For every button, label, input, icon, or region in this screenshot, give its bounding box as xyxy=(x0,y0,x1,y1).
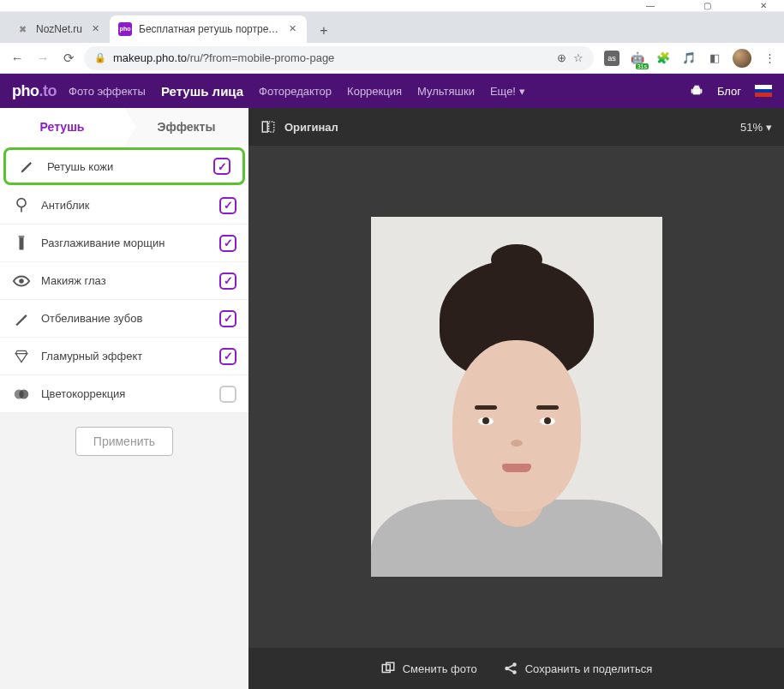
option-label: Цветокоррекция xyxy=(41,387,209,400)
nav-more[interactable]: Еще! ▾ xyxy=(490,85,525,98)
sidebar-tab-effects[interactable]: Эффекты xyxy=(124,108,248,146)
checkbox-icon[interactable]: ✓ xyxy=(219,348,236,365)
option-label: Гламурный эффект xyxy=(41,350,209,362)
compare-icon[interactable] xyxy=(260,119,276,135)
site-header: pho.to Фото эффекты Ретушь лица Фотореда… xyxy=(0,74,784,108)
option-label: Антиблик xyxy=(41,199,209,212)
forward-button[interactable]: → xyxy=(33,48,53,69)
window-minimize-button[interactable]: — xyxy=(635,1,666,10)
portrait-photo xyxy=(371,217,662,577)
sidebar: Ретушь Эффекты Ретушь кожи ✓ Антиблик ✓ … xyxy=(0,108,248,689)
eye-icon xyxy=(12,272,31,291)
option-glamour-effect[interactable]: Гламурный эффект ✓ xyxy=(0,338,248,375)
option-skin-retouch[interactable]: Ретушь кожи ✓ xyxy=(3,147,245,185)
option-label: Макияж глаз xyxy=(41,274,209,287)
tube-icon xyxy=(12,234,31,253)
canvas-area[interactable] xyxy=(248,146,784,648)
tab-title: Бесплатная ретушь портретных xyxy=(139,23,279,35)
nav-cartoons[interactable]: Мультяшки xyxy=(417,85,475,98)
blog-link[interactable]: Блог xyxy=(717,85,741,98)
search-in-page-icon[interactable]: ⊕ xyxy=(557,51,566,64)
checkbox-icon[interactable]: ✓ xyxy=(219,235,236,252)
extension-icon[interactable]: ◧ xyxy=(707,51,722,66)
original-label: Оригинал xyxy=(284,121,338,134)
option-eye-makeup[interactable]: Макияж глаз ✓ xyxy=(0,262,248,300)
svg-point-4 xyxy=(19,279,24,284)
swap-icon xyxy=(380,661,396,676)
extensions-row: as 🤖31s 🧩 🎵 ◧ ⋮ xyxy=(599,49,777,68)
window-titlebar: — ▢ ✕ xyxy=(0,0,784,12)
retouch-options: Ретушь кожи ✓ Антиблик ✓ Разглаживание м… xyxy=(0,146,248,413)
mirror-icon xyxy=(12,196,31,215)
option-label: Разглаживание морщин xyxy=(41,237,209,249)
browser-tab-phото[interactable]: pho Бесплатная ретушь портретных ✕ xyxy=(110,15,307,43)
editor: Оригинал 51% ▾ Сменить xyxy=(248,108,784,689)
browser-tab-noznet[interactable]: ✖ NozNet.ru ✕ xyxy=(7,15,110,43)
option-anti-glare[interactable]: Антиблик ✓ xyxy=(0,187,248,225)
extension-icon[interactable]: 🤖31s xyxy=(630,51,645,66)
nav-photo-editor[interactable]: Фоторедактор xyxy=(259,85,332,98)
new-tab-button[interactable]: + xyxy=(312,19,336,43)
svg-rect-7 xyxy=(262,122,267,132)
language-flag-icon[interactable] xyxy=(755,85,772,97)
svg-rect-2 xyxy=(20,237,24,249)
lock-icon: 🔒 xyxy=(94,52,106,63)
window-maximize-button[interactable]: ▢ xyxy=(691,1,722,10)
sidebar-tab-retouch[interactable]: Ретушь xyxy=(0,108,124,146)
profile-avatar[interactable] xyxy=(733,49,751,68)
apply-button[interactable]: Применить xyxy=(75,427,173,456)
extension-icon[interactable]: as xyxy=(604,51,619,66)
android-icon[interactable] xyxy=(690,84,703,98)
svg-point-6 xyxy=(19,389,28,398)
site-nav: Фото эффекты Ретушь лица Фоторедактор Ко… xyxy=(69,84,525,99)
checkbox-icon[interactable]: ✓ xyxy=(219,310,236,327)
change-photo-label: Сменить фото xyxy=(403,662,477,675)
extension-icon[interactable]: 🎵 xyxy=(681,51,697,66)
url-host: makeup.pho.to/ru/?from=mobile-promo-page xyxy=(113,51,334,64)
option-wrinkle-smoothing[interactable]: Разглаживание морщин ✓ xyxy=(0,225,248,262)
svg-rect-8 xyxy=(269,122,274,132)
nav-photo-effects[interactable]: Фото эффекты xyxy=(69,85,146,98)
svg-rect-1 xyxy=(21,207,22,212)
nav-face-retouch[interactable]: Ретушь лица xyxy=(161,84,243,99)
nav-correction[interactable]: Коррекция xyxy=(347,85,402,98)
editor-toolbar: Оригинал 51% ▾ xyxy=(248,108,784,146)
diamond-icon xyxy=(12,347,31,366)
zoom-control[interactable]: 51% ▾ xyxy=(740,121,772,134)
checkbox-icon[interactable]: ✓ xyxy=(219,273,236,290)
reload-button[interactable]: ⟳ xyxy=(58,48,79,69)
header-right: Блог xyxy=(676,84,772,98)
tab-title: NozNet.ru xyxy=(36,23,82,35)
svg-point-13 xyxy=(513,671,516,674)
checkbox-icon[interactable]: ✓ xyxy=(219,197,236,214)
main-area: Ретушь Эффекты Ретушь кожи ✓ Антиблик ✓ … xyxy=(0,108,784,689)
back-button[interactable]: ← xyxy=(7,48,27,69)
checkbox-icon[interactable]: ✓ xyxy=(213,158,230,175)
svg-point-0 xyxy=(17,198,26,207)
brush-icon xyxy=(18,157,37,176)
wand-icon xyxy=(12,309,31,328)
option-label: Отбеливание зубов xyxy=(41,312,209,325)
window-close-button[interactable]: ✕ xyxy=(748,1,779,10)
sidebar-tabs: Ретушь Эффекты xyxy=(0,108,248,146)
svg-point-12 xyxy=(513,663,516,666)
chrome-menu-icon[interactable]: ⋮ xyxy=(762,51,777,66)
address-bar[interactable]: 🔒 makeup.pho.to/ru/?from=mobile-promo-pa… xyxy=(84,46,594,70)
extensions-menu-icon[interactable]: 🧩 xyxy=(655,51,671,66)
tab-close-icon[interactable]: ✕ xyxy=(89,23,101,35)
checkbox-icon[interactable]: ✓ xyxy=(219,386,236,403)
browser-tab-strip: ✖ NozNet.ru ✕ pho Бесплатная ретушь порт… xyxy=(0,12,784,43)
favicon-icon: pho xyxy=(118,22,132,36)
option-color-correction[interactable]: Цветокоррекция ✓ xyxy=(0,375,248,413)
svg-rect-3 xyxy=(19,235,25,237)
chevron-down-icon: ▾ xyxy=(766,121,772,134)
star-icon[interactable]: ☆ xyxy=(573,51,584,64)
site-logo[interactable]: pho.to xyxy=(12,82,57,100)
browser-toolbar: ← → ⟳ 🔒 makeup.pho.to/ru/?from=mobile-pr… xyxy=(0,43,784,74)
save-share-button[interactable]: Сохранить и поделиться xyxy=(503,661,653,676)
tab-close-icon[interactable]: ✕ xyxy=(286,23,298,35)
svg-point-11 xyxy=(506,668,508,670)
option-teeth-whitening[interactable]: Отбеливание зубов ✓ xyxy=(0,300,248,338)
share-icon xyxy=(503,661,518,676)
change-photo-button[interactable]: Сменить фото xyxy=(380,661,477,676)
